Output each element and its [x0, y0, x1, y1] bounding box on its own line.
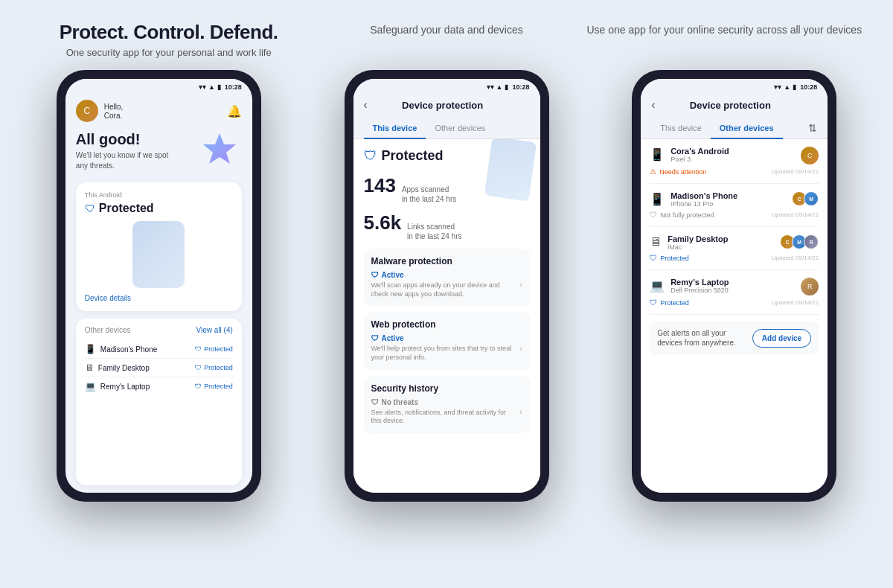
updated-text: Updated 09/14/21 — [772, 299, 819, 306]
battery-icon: ▮ — [217, 83, 221, 91]
chevron-right-icon[interactable]: › — [519, 281, 522, 289]
android-label: This Android — [85, 191, 233, 199]
wifi-icon: ▾▾ — [774, 83, 781, 91]
big-protected-text: Protected — [382, 148, 444, 164]
chevron-right-icon[interactable]: › — [519, 408, 522, 416]
protected-status: Protected — [660, 299, 689, 307]
user-info: C Hello, Cora. — [76, 100, 124, 122]
all-good-title: All good! — [76, 131, 173, 148]
malware-status: 🛡 Active — [371, 271, 500, 279]
avatar: R — [801, 278, 819, 295]
protected-card: This Android 🛡 Protected Device details — [76, 182, 242, 311]
list-item-remy: 💻 Remy's Laptop Dell Precision 5820 R — [650, 270, 819, 315]
device-model: iPhone 13 Pro — [670, 200, 737, 208]
nav-title: Device protection — [690, 100, 771, 111]
device-status: 🛡 Protected Updated 09/14/21 — [650, 298, 819, 307]
security-status: 🛡 No threats — [371, 398, 507, 406]
phone2-content: 🛡 Protected 143 Apps scannedin the last … — [353, 139, 540, 493]
partial-status: Not fully protected — [660, 211, 714, 219]
multi-avatar: C M — [795, 191, 819, 206]
back-arrow-icon[interactable]: ‹ — [364, 98, 368, 112]
malware-title: Malware protection — [371, 256, 522, 266]
device-name: Cora's Android — [670, 147, 729, 156]
view-all-link[interactable]: View all (4) — [196, 326, 233, 334]
shield-sm-icon: 🛡 — [195, 364, 202, 371]
headline-1: Protect. Control. Defend. — [30, 21, 307, 44]
device-status: 🛡 Not fully protected Updated 09/14/21 — [650, 211, 819, 219]
user-header: C Hello, Cora. 🔔 — [76, 100, 242, 122]
attention-status: Needs attention — [659, 168, 706, 176]
bell-icon[interactable]: 🔔 — [227, 104, 242, 118]
shield-protected-icon: 🛡 — [650, 254, 657, 262]
tab-this-device[interactable]: This device — [651, 118, 711, 138]
phone2-wrapper: ▾▾ ▲ ▮ 10:28 ‹ Device protection This de… — [303, 70, 591, 588]
laptop-icon: 💻 — [85, 381, 96, 392]
phone3-screen: ▾▾ ▲ ▮ 10:28 ‹ Device protection T — [641, 79, 828, 493]
phone-icon: 📱 — [650, 147, 665, 162]
time: 10:28 — [225, 83, 242, 91]
other-devices-header: Other devices View all (4) — [85, 326, 233, 334]
shield-icon: 🛡 — [85, 202, 95, 214]
device-name: Remy's Laptop — [100, 383, 150, 391]
device-status: 🛡 Protected — [195, 364, 233, 371]
svg-marker-0 — [203, 133, 236, 164]
list-item-madison: 📱 Madison's Phone iPhone 13 Pro C M — [650, 184, 819, 227]
phone3-tabs: This device Other devices ⇅ — [641, 118, 828, 139]
phone3-nav: ‹ Device protection — [641, 92, 828, 118]
tab-other-devices[interactable]: Other devices — [711, 118, 783, 138]
phone-graphic-area — [85, 221, 233, 288]
multi-avatar: C M R — [783, 234, 819, 249]
all-good-desc: We'll let you know if we spot any threat… — [76, 150, 173, 171]
shield-sm-icon: 🛡 — [195, 345, 202, 353]
shield-history-icon: 🛡 — [371, 398, 379, 406]
sort-icon[interactable]: ⇅ — [808, 122, 817, 134]
malware-left: 🛡 Active We'll scan apps already on your… — [371, 271, 500, 298]
other-devices-label: Other devices — [85, 326, 131, 334]
tab-this-device[interactable]: This device — [364, 118, 426, 138]
tabs-group: This device Other devices — [651, 118, 782, 138]
device-name: Family Desktop — [668, 234, 728, 243]
malware-row: 🛡 Active We'll scan apps already on your… — [371, 271, 522, 298]
device-details-link[interactable]: Device details — [85, 294, 233, 302]
device-status: 🛡 Protected — [195, 345, 233, 353]
stat-links: 5.6k Links scannedin the last 24 hrs — [364, 211, 530, 241]
add-device-banner: Get alerts on all your devices from anyw… — [650, 321, 819, 355]
warning-icon: ⚠ — [650, 167, 656, 176]
shield-sm-icon: 🛡 — [195, 383, 202, 390]
phone1-statusbar: ▾▾ ▲ ▮ 10:28 — [65, 79, 252, 92]
shield-active-icon: 🛡 — [371, 271, 379, 279]
time: 10:28 — [800, 83, 817, 91]
device-rows: 📱 Madison's Phone 🛡 Protected — [85, 340, 233, 395]
security-history-title: Security history — [371, 383, 522, 394]
add-device-text: Get alerts on all your devices from anyw… — [657, 328, 752, 348]
protected-status: Protected — [660, 255, 689, 262]
desktop-icon: 🖥 — [650, 235, 662, 249]
phone1-screen: ▾▾ ▲ ▮ 10:28 C Hello, Cora. — [65, 79, 252, 493]
column1-header: Protect. Control. Defend. One security a… — [30, 21, 307, 58]
desktop-icon: 🖥 — [85, 362, 94, 373]
tab-other-devices[interactable]: Other devices — [426, 118, 494, 138]
battery-icon: ▮ — [505, 83, 508, 91]
laptop-icon: 💻 — [650, 278, 665, 293]
column3-header: Use one app for your online security acr… — [586, 21, 863, 58]
phone-icon: 📱 — [85, 344, 96, 354]
all-good-section: All good! We'll let you know if we spot … — [76, 131, 242, 172]
device-model: Dell Precision 5820 — [670, 287, 729, 294]
star-graphic — [201, 131, 242, 172]
column2-header: Safeguard your data and devices — [307, 21, 585, 58]
avatar: C — [801, 147, 819, 164]
back-arrow-icon[interactable]: ‹ — [651, 98, 655, 112]
device-row: 📱 Madison's Phone 🛡 Protected — [85, 340, 233, 359]
device-name: Madison's Phone — [670, 191, 737, 200]
shield-protected-icon: 🛡 — [650, 298, 657, 307]
phone2: ▾▾ ▲ ▮ 10:28 ‹ Device protection This de… — [345, 70, 549, 502]
device-name: Madison's Phone — [100, 345, 157, 354]
chevron-right-icon[interactable]: › — [519, 345, 522, 353]
time: 10:28 — [512, 83, 529, 91]
phone1: ▾▾ ▲ ▮ 10:28 C Hello, Cora. — [57, 70, 261, 502]
web-row: 🛡 Active We'll help protect you from sit… — [371, 334, 522, 362]
headline-2: Safeguard your data and devices — [307, 24, 585, 36]
malware-desc: We'll scan apps already on your device a… — [371, 281, 500, 298]
add-device-button[interactable]: Add device — [752, 329, 811, 348]
security-left: 🛡 No threats See alerts, notifications, … — [371, 398, 507, 426]
